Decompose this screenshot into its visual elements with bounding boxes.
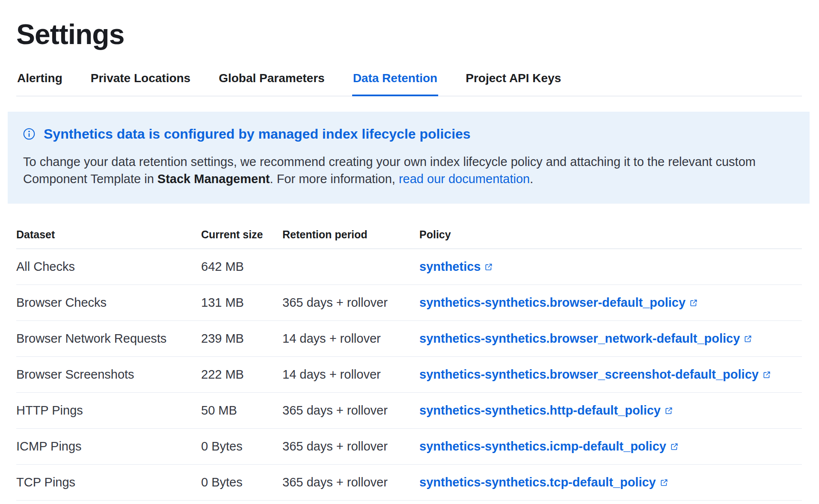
size-cell: 239 MB <box>201 321 282 356</box>
size-cell: 642 MB <box>201 249 282 285</box>
policy-link[interactable]: synthetics-synthetics.browser_network-de… <box>419 332 752 346</box>
dataset-cell: Browser Checks <box>16 285 201 320</box>
retention-cell: 14 days + rollover <box>282 321 419 356</box>
policy-link[interactable]: synthetics-synthetics.browser-default_po… <box>419 296 698 310</box>
policy-link-label: synthetics <box>419 260 481 274</box>
table-body: All Checks 642 MB synthetics Browser Che… <box>16 249 802 501</box>
settings-tabs: Alerting Private Locations Global Parame… <box>16 69 802 96</box>
header-policy: Policy <box>419 222 802 249</box>
tab-project-api-keys[interactable]: Project API Keys <box>465 69 562 96</box>
policy-cell: synthetics-synthetics.browser-default_po… <box>419 285 802 320</box>
external-link-icon <box>660 478 668 487</box>
table-row: Browser Network Requests 239 MB 14 days … <box>16 321 802 357</box>
size-cell: 50 MB <box>201 393 282 428</box>
callout-title: Synthetics data is configured by managed… <box>44 126 471 142</box>
retention-cell: 365 days + rollover <box>282 465 419 500</box>
size-cell: 131 MB <box>201 285 282 320</box>
table-row: Browser Checks 131 MB 365 days + rollove… <box>16 285 802 321</box>
policy-link-label: synthetics-synthetics.tcp-default_policy <box>419 475 656 489</box>
external-link-icon <box>744 335 752 343</box>
policy-link-label: synthetics-synthetics.browser-default_po… <box>419 296 685 310</box>
external-link-icon <box>763 371 771 379</box>
policy-cell: synthetics-synthetics.tcp-default_policy <box>419 465 802 500</box>
table-row: TCP Pings 0 Bytes 365 days + rollover sy… <box>16 465 802 501</box>
policy-cell: synthetics-synthetics.browser_screenshot… <box>419 357 802 392</box>
dataset-cell: Browser Network Requests <box>16 321 201 356</box>
header-current-size: Current size <box>201 222 282 249</box>
documentation-link[interactable]: read our documentation <box>399 172 530 186</box>
dataset-cell: HTTP Pings <box>16 393 201 428</box>
retention-cell: 14 days + rollover <box>282 357 419 392</box>
policy-link[interactable]: synthetics-synthetics.http-default_polic… <box>419 403 673 418</box>
external-link-icon <box>670 442 679 451</box>
info-icon <box>23 128 35 140</box>
tab-global-parameters[interactable]: Global Parameters <box>218 69 325 96</box>
policy-link[interactable]: synthetics-synthetics.icmp-default_polic… <box>419 439 679 454</box>
table-header-row: Dataset Current size Retention period Po… <box>16 222 802 249</box>
table-row: HTTP Pings 50 MB 365 days + rollover syn… <box>16 393 802 429</box>
external-link-icon <box>689 299 698 307</box>
tab-alerting[interactable]: Alerting <box>16 69 63 96</box>
policy-link[interactable]: synthetics-synthetics.tcp-default_policy <box>419 475 668 489</box>
external-link-icon <box>665 406 673 415</box>
retention-cell: 365 days + rollover <box>282 393 419 428</box>
dataset-cell: All Checks <box>16 249 201 285</box>
callout-header: Synthetics data is configured by managed… <box>23 126 794 142</box>
policy-link-label: synthetics-synthetics.http-default_polic… <box>419 403 661 418</box>
retention-table: Dataset Current size Retention period Po… <box>16 222 802 501</box>
dataset-cell: ICMP Pings <box>16 429 201 464</box>
size-cell: 222 MB <box>201 357 282 392</box>
page-title: Settings <box>16 19 802 50</box>
settings-page: Settings Alerting Private Locations Glob… <box>0 0 819 501</box>
size-cell: 0 Bytes <box>201 429 282 464</box>
policy-cell: synthetics <box>419 249 802 285</box>
policy-link-label: synthetics-synthetics.browser_screenshot… <box>419 368 759 382</box>
policy-link[interactable]: synthetics <box>419 260 493 274</box>
table-row: All Checks 642 MB synthetics <box>16 249 802 285</box>
callout-body-bold: Stack Management <box>157 172 270 186</box>
retention-cell: 365 days + rollover <box>282 429 419 464</box>
policy-cell: synthetics-synthetics.http-default_polic… <box>419 393 802 428</box>
external-link-icon <box>484 263 493 271</box>
size-cell: 0 Bytes <box>201 465 282 500</box>
policy-cell: synthetics-synthetics.icmp-default_polic… <box>419 429 802 464</box>
dataset-cell: Browser Screenshots <box>16 357 201 392</box>
policy-link-label: synthetics-synthetics.icmp-default_polic… <box>419 439 666 454</box>
retention-cell <box>282 256 419 277</box>
callout-body-suffix: . <box>530 172 533 186</box>
table-row: ICMP Pings 0 Bytes 365 days + rollover s… <box>16 429 802 465</box>
tab-private-locations[interactable]: Private Locations <box>90 69 191 96</box>
callout-body-middle: . For more information, <box>270 172 399 186</box>
policy-link[interactable]: synthetics-synthetics.browser_screenshot… <box>419 368 771 382</box>
ilm-info-callout: Synthetics data is configured by managed… <box>8 112 810 204</box>
policy-link-label: synthetics-synthetics.browser_network-de… <box>419 332 740 346</box>
header-dataset: Dataset <box>16 222 201 249</box>
header-retention-period: Retention period <box>282 222 419 249</box>
policy-cell: synthetics-synthetics.browser_network-de… <box>419 321 802 356</box>
tab-data-retention[interactable]: Data Retention <box>352 69 439 96</box>
dataset-cell: TCP Pings <box>16 465 201 500</box>
callout-body: To change your data retention settings, … <box>23 153 793 187</box>
table-row: Browser Screenshots 222 MB 14 days + rol… <box>16 357 802 393</box>
retention-cell: 365 days + rollover <box>282 285 419 320</box>
